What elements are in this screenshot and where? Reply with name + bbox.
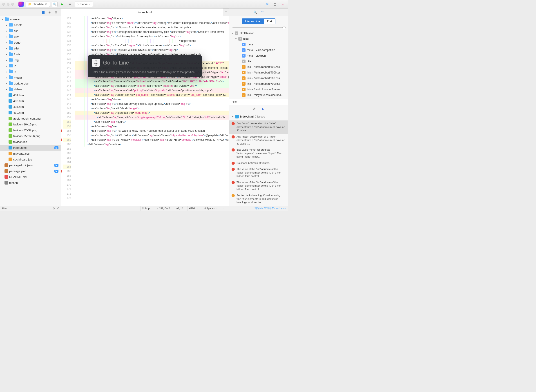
preview-button[interactable]: 👁 — [264, 2, 270, 7]
tree-file[interactable]: favicon-32x32.png — [0, 127, 61, 133]
issues-warn-icon[interactable]: ▲ — [261, 107, 265, 111]
issue-row[interactable]: !The value of the "for" attribute of the… — [229, 166, 288, 179]
breadcrumb[interactable]: ◎ ⫸ p — [140, 206, 151, 211]
disclose-icon[interactable]: ▸ — [5, 24, 8, 26]
disclose-icon[interactable]: ▸ — [5, 65, 8, 67]
right-panel-toggle[interactable]: ◫ — [223, 9, 229, 16]
diff-stat[interactable]: +1, -2 — [175, 206, 184, 211]
disclose-icon[interactable]: ▸ — [5, 36, 8, 38]
issue-row[interactable]: !Any "input" descendant of a "label" ele… — [229, 134, 288, 147]
tree-file[interactable]: index.htmlM — [0, 145, 61, 151]
dom-node[interactable]: ▾<html#teaser — [229, 30, 288, 36]
tree-file[interactable]: 401.html — [0, 92, 61, 98]
sidebar-filter-input[interactable] — [2, 207, 51, 210]
files-view-icon[interactable]: ▇ — [42, 11, 45, 14]
tree-folder[interactable]: ▸update-dec — [0, 80, 61, 86]
dom-node[interactable]: <link – /fonts/roobert/700.css — [229, 75, 288, 81]
tab-hierarchical[interactable]: Hierarchical — [242, 19, 264, 24]
cursor-position[interactable]: Ln 152, Col 1 — [154, 206, 172, 211]
goto-line-panel[interactable]: 11 12 13 Go To Line Enter a line number … — [88, 55, 202, 77]
tree-file[interactable]: 410.html — [0, 110, 61, 116]
wrap-icon[interactable]: ↩ — [222, 206, 227, 211]
disclose-icon[interactable]: ▸ — [5, 70, 8, 73]
depth-slider[interactable] — [229, 26, 288, 30]
code-editor[interactable]: 1291301311321331341351361371381391401411… — [61, 16, 229, 206]
dom-node[interactable]: <link – /css/colors.css?dec-up… — [229, 87, 288, 92]
tree-folder[interactable]: ▸elist — [0, 45, 61, 51]
structure-icon[interactable]: ☷ — [261, 11, 264, 14]
dom-node[interactable]: <title — [229, 58, 288, 64]
language-mode[interactable]: HTML ⌄ — [187, 206, 200, 211]
issue-row[interactable]: !Bad value "none" for attribute "autocom… — [229, 147, 288, 160]
symbols-view-icon[interactable]: ◈ — [49, 11, 51, 14]
issue-row[interactable]: !The value of the "for" attribute of the… — [229, 179, 288, 193]
tree-file[interactable]: package-lock.jsonM — [0, 162, 61, 168]
tree-folder[interactable]: ▸edge — [0, 40, 61, 45]
grid-view-icon[interactable]: ⊞ — [55, 11, 57, 14]
tree-file[interactable]: apple-touch-icon.png — [0, 116, 61, 121]
issue-row[interactable]: !Section lacks heading. Consider using "… — [229, 192, 288, 206]
dom-node[interactable]: <link – /fonts/roobert/700i.css — [229, 81, 288, 87]
dom-filter-input[interactable] — [229, 99, 288, 105]
tree-file[interactable]: test.sh — [0, 180, 61, 186]
tree-root[interactable]: ▾ source — [0, 16, 61, 22]
code-area[interactable]: </attr">class="tag">figure><attr">class=… — [73, 16, 229, 206]
tree-folder[interactable]: ▸css — [0, 28, 61, 34]
run-button[interactable]: ▶ — [59, 2, 65, 7]
tab-title[interactable]: index.html — [138, 11, 151, 14]
dom-node[interactable]: ▾<head — [229, 36, 288, 42]
disclose-icon[interactable]: ▾ — [1, 18, 4, 20]
tree-file[interactable]: favicon.ico — [0, 139, 61, 145]
tree-file[interactable]: README.md — [0, 174, 61, 180]
issues-all-icon[interactable]: ✳ — [253, 107, 256, 111]
tree-folder[interactable]: ▸fonts — [0, 51, 61, 57]
tree-file[interactable]: favicon-16x16.png — [0, 121, 61, 127]
disclose-icon[interactable]: ▸ — [5, 41, 8, 44]
disclose-icon[interactable]: ▸ — [5, 53, 8, 56]
tree-folder[interactable]: ▸js — [0, 69, 61, 75]
tree-folder[interactable]: ▸videos — [0, 86, 61, 92]
scm-icon[interactable]: ⎇ — [56, 207, 59, 210]
tree-file[interactable]: social-card.jpg — [0, 156, 61, 162]
stop-button[interactable]: ■ — [67, 2, 73, 7]
tree-folder[interactable]: ▸img — [0, 57, 61, 63]
run-config[interactable]: ▷ Serve ⌄ — [75, 2, 93, 7]
clock-icon[interactable]: ◷ — [53, 207, 55, 210]
dom-node[interactable]: <meta – x-ua-compatible — [229, 47, 288, 53]
issue-row[interactable]: !No space between attributes. — [229, 160, 288, 166]
disclose-icon[interactable]: ▾ — [232, 116, 234, 118]
tree-file[interactable]: 403.html — [0, 98, 61, 104]
dom-node[interactable]: <meta — [229, 42, 288, 47]
add-button[interactable]: ＋ — [280, 2, 286, 7]
disclose-icon[interactable]: ▾ — [231, 32, 233, 34]
minimize-window[interactable] — [7, 3, 9, 6]
indent-mode[interactable]: 4 Spaces ⌄ — [203, 206, 219, 211]
tree-file[interactable]: package.jsonM — [0, 168, 61, 174]
disclose-icon[interactable]: ▸ — [5, 76, 8, 79]
disclose-icon[interactable]: ▸ — [5, 59, 8, 61]
search-button[interactable]: 🔍 — [52, 2, 57, 7]
tree-file[interactable]: 404.html — [0, 104, 61, 110]
disclose-icon[interactable]: ▸ — [5, 82, 8, 85]
disclose-icon[interactable]: ▸ — [5, 88, 8, 91]
close-window[interactable] — [2, 3, 5, 6]
dom-node[interactable]: <link – /fonts/roobert/400i.css — [229, 70, 288, 75]
tree-folder[interactable]: ▸assets — [0, 22, 61, 28]
dom-node[interactable]: <meta – viewport — [229, 53, 288, 58]
tree-file[interactable]: playdate.css — [0, 151, 61, 156]
disclose-icon[interactable]: ▾ — [235, 37, 237, 40]
tree-folder[interactable]: ▸media — [0, 75, 61, 80]
dom-node[interactable]: <link – /fonts/roobert/400.css — [229, 64, 288, 70]
tree-folder[interactable]: ▸jp — [0, 63, 61, 69]
zoom-window[interactable] — [11, 3, 14, 6]
tab-flat[interactable]: Flat — [264, 19, 275, 24]
issue-row[interactable]: !Any "input" descendant of a "label" ele… — [229, 121, 288, 134]
project-selector[interactable]: 📁 play.date ⚙ — [26, 2, 50, 7]
search-icon[interactable]: 🔍 — [253, 11, 257, 14]
panel-toggle-button[interactable]: ◫ — [272, 2, 278, 7]
dom-node[interactable]: <link – /playdate.css?dec-upd… — [229, 92, 288, 98]
tree-file[interactable]: favicon-256x256.png — [0, 133, 61, 139]
disclose-icon[interactable]: ▸ — [5, 47, 8, 50]
tree-folder[interactable]: ▸dev — [0, 34, 61, 40]
issues-file-row[interactable]: ▾ index.html 7 issues — [229, 113, 288, 121]
